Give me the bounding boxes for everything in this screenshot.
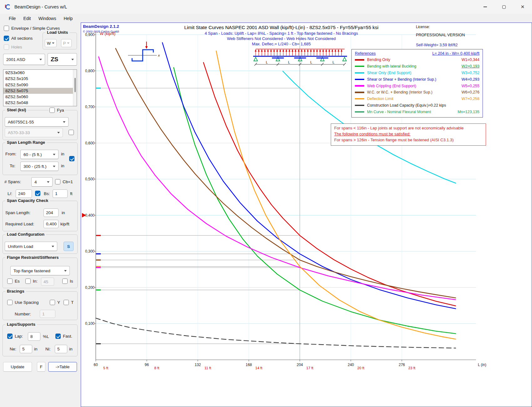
checkbox-label: All sections: [11, 36, 33, 41]
warning-line-3: For spans > 126in - Tension flange must …: [334, 137, 483, 143]
all-sections-checkbox[interactable]: All sections: [4, 36, 33, 41]
num-spans-select[interactable]: 4: [31, 177, 53, 187]
section-item[interactable]: 9ZS3x060: [3, 70, 77, 76]
steel-grade2-select[interactable]: A570-33-33: [5, 128, 63, 137]
listbox-scrollbar[interactable]: [73, 70, 77, 106]
fya-checkbox[interactable]: Fya: [49, 108, 65, 113]
section-item[interactable]: 8ZS2.5x048: [3, 100, 77, 106]
required-load-input[interactable]: 0,400: [43, 220, 59, 228]
design-code-select[interactable]: 2001 ASD: [3, 54, 45, 65]
lap-checkbox[interactable]: Lap:: [7, 334, 23, 339]
table-button[interactable]: ->Table: [48, 362, 77, 372]
legend-label: Shear or Shear + Bending (Interior Sup.): [367, 77, 462, 82]
checkbox-box: [69, 130, 74, 135]
close-button[interactable]: ✕: [513, 0, 532, 14]
table-button-label: ->Table: [56, 364, 70, 369]
span-length-input[interactable]: 204: [43, 209, 59, 217]
license-value: PROFESSIONAL VERSION: [416, 33, 465, 37]
laps-supports-title: Laps/Supports: [5, 322, 37, 327]
checkbox-box: [55, 179, 60, 184]
minimize-button[interactable]: [476, 0, 494, 14]
deflection-ratio-input[interactable]: 240: [16, 189, 32, 198]
update-button[interactable]: Update: [3, 362, 32, 372]
load-configuration-select[interactable]: Uniform Load: [5, 242, 57, 251]
self-weight: Self-Weight= 3,59 lbf/ft2: [416, 43, 458, 47]
bracing-t-checkbox[interactable]: T: [64, 300, 74, 305]
holes-checkbox[interactable]: Holes: [4, 44, 22, 50]
checkbox-box: [4, 26, 9, 31]
es-checkbox[interactable]: Es: [7, 279, 20, 284]
span-from-select[interactable]: 60 - (5 ft.): [20, 150, 59, 159]
checkbox-label: Y: [57, 300, 60, 305]
bs-label: Bs:: [44, 191, 50, 196]
ni-input[interactable]: 5: [55, 345, 67, 353]
is-checkbox[interactable]: Is: [62, 279, 73, 284]
bracing-y-checkbox[interactable]: Y: [50, 300, 60, 305]
legend-swatch: [355, 72, 364, 74]
chart-panel: 0,9000,8000,7000,6000,5000,4000,3000,200…: [81, 23, 532, 407]
span-length-range-group: Span Length Range From: 60 - (5 ft.) in …: [3, 143, 78, 175]
checkbox-box: [55, 334, 61, 339]
load-units-title: Load Units: [45, 30, 69, 35]
legend-swatch: [355, 85, 364, 87]
from-label: From:: [5, 152, 16, 156]
svg-text:8 ft: 8 ft: [154, 366, 160, 370]
lap-percent-input[interactable]: 8: [28, 332, 40, 341]
ni-label: Ni:: [45, 347, 51, 351]
section-item[interactable]: 8ZS2.5x090: [3, 82, 77, 88]
to-label: To:: [10, 163, 15, 168]
section-item[interactable]: 8ZS2.5x105: [3, 76, 77, 82]
steel-grade-select[interactable]: A60755C1-55: [5, 117, 69, 127]
steel-grade2-checkbox[interactable]: [69, 130, 74, 135]
checkbox-box: [62, 279, 68, 284]
title-bar: BeamDesign - Curves w/L ✕: [0, 0, 532, 14]
chevron-down-icon: [47, 181, 49, 183]
svg-text:11 ft: 11 ft: [204, 366, 211, 370]
s-button[interactable]: S: [64, 242, 74, 251]
window-title: BeamDesign - Curves w/L: [14, 4, 67, 9]
use-spacing-checkbox[interactable]: Use Spacing: [7, 300, 39, 305]
flange-restraint-group: Flange Restraint/Stiffeners Top flange f…: [3, 258, 78, 288]
legend-label: Deflection Limit: [367, 97, 462, 101]
legend-label: Shear Only (End Support): [367, 71, 462, 75]
section-family-select[interactable]: ZS: [48, 53, 77, 66]
checkbox-box: [7, 334, 13, 339]
menu-help[interactable]: Help: [60, 15, 76, 22]
legend-label: W.C. or W.C. + Bending (Interior Sup.): [367, 90, 462, 94]
ne-input[interactable]: 5: [20, 345, 32, 353]
s-button-label: S: [67, 244, 70, 249]
cb1-checkbox[interactable]: Cb=1: [55, 179, 73, 184]
svg-text:23 ft: 23 ft: [408, 366, 416, 370]
flange-restraint-select[interactable]: Top flange fastened: [10, 266, 70, 275]
in-value: 45: [43, 279, 48, 284]
span-to-select[interactable]: 300 - (25 ft.): [20, 162, 59, 171]
in-input[interactable]: 45: [41, 278, 54, 286]
load-unit-w-button[interactable]: W: [45, 39, 57, 47]
f-button[interactable]: F: [37, 362, 45, 372]
menu-windows[interactable]: Windows: [35, 15, 60, 22]
legend-label: Bending with lateral Buckling: [367, 64, 462, 68]
chevron-down-icon: [53, 154, 55, 155]
section-item[interactable]: 8ZS2.5x060: [3, 94, 77, 100]
section-item-selected[interactable]: 8ZS2.5x075: [3, 88, 77, 94]
fastened-checkbox[interactable]: Fast.: [55, 334, 72, 339]
load-unit-p-button[interactable]: P: [61, 39, 72, 47]
menu-edit[interactable]: Edit: [20, 15, 35, 22]
span-range-lock-checkbox[interactable]: [69, 156, 74, 161]
menu-file[interactable]: File: [5, 15, 20, 22]
scrollbar-thumb[interactable]: [74, 78, 76, 92]
svg-text:0,900: 0,900: [85, 33, 95, 37]
in-checkbox[interactable]: In:: [25, 279, 38, 284]
legend-value: W7=0,258: [462, 97, 479, 101]
maximize-button[interactable]: [494, 0, 513, 14]
laps-supports-group: Laps/Supports Lap: 8 %L Fast. Ne: 5 in N…: [3, 324, 78, 356]
svg-text:0,800: 0,800: [85, 69, 95, 73]
checkbox-box: [7, 279, 13, 284]
bs-input[interactable]: 1: [53, 189, 68, 198]
bracing-number-input[interactable]: 1: [40, 310, 55, 318]
bracings-group: Bracings Use Spacing Y T Number: 1: [3, 291, 78, 320]
checkbox-box: [49, 108, 55, 113]
bracing-number-label: Number:: [15, 312, 31, 316]
bs-checkbox[interactable]: [35, 191, 40, 196]
ne-unit: in: [34, 347, 38, 351]
